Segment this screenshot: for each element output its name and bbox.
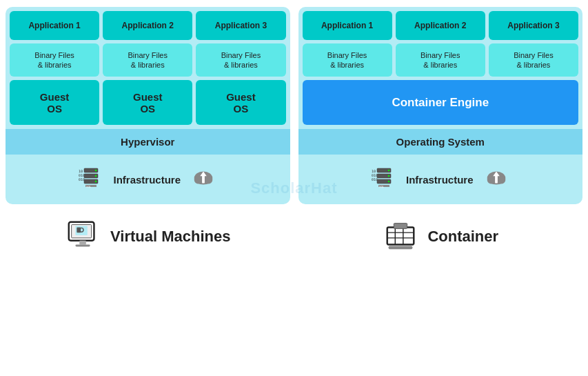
right-infra-label: Infrastructure — [406, 174, 474, 186]
main-container: Application 1 Application 2 Application … — [0, 0, 588, 376]
svg-rect-21 — [79, 241, 86, 245]
svg-point-8 — [95, 181, 97, 182]
right-infra-section: 10 010 010 SQL Infrastructure — [298, 155, 583, 204]
right-bin-3: Binary Files& libraries — [489, 43, 578, 77]
svg-point-29 — [388, 170, 389, 171]
left-guest-row: GuestOS GuestOS GuestOS — [10, 80, 286, 129]
left-bin-2: Binary Files& libraries — [103, 43, 192, 77]
left-guest-2: GuestOS — [103, 80, 192, 125]
left-bin-row: Binary Files& libraries Binary Files& li… — [10, 43, 286, 77]
svg-text:010: 010 — [372, 177, 378, 181]
left-app-3: Application 3 — [196, 11, 285, 40]
right-app-row: Application 1 Application 2 Application … — [303, 11, 579, 40]
container-label: Container — [427, 228, 498, 246]
left-infra-section: 10 010 010 SQL Infrastructure — [6, 155, 290, 204]
svg-rect-37 — [495, 175, 498, 183]
svg-point-35 — [487, 176, 496, 184]
right-app-3: Application 3 — [489, 11, 578, 40]
right-side: Application 1 Application 2 Application … — [298, 7, 583, 369]
container-icon — [382, 217, 419, 257]
svg-point-7 — [95, 175, 97, 177]
svg-rect-14 — [202, 175, 205, 183]
right-bin-2: Binary Files& libraries — [396, 43, 485, 77]
container-engine-box: Container Engine — [303, 80, 579, 125]
svg-point-36 — [496, 176, 505, 184]
hypervisor-bar: Hypervisor — [6, 129, 290, 155]
svg-point-30 — [388, 175, 389, 177]
left-app-2: Application 2 — [103, 11, 192, 40]
left-guest-3: GuestOS — [196, 80, 285, 125]
svg-rect-45 — [394, 224, 407, 229]
vm-icon — [65, 217, 102, 257]
svg-text:SQL: SQL — [86, 185, 92, 188]
left-app-row: Application 1 Application 2 Application … — [10, 11, 286, 40]
right-app-1: Application 1 — [303, 11, 392, 40]
left-infra-label: Infrastructure — [113, 174, 181, 186]
right-bottom-label: Container — [298, 204, 583, 266]
vm-label: Virtual Machines — [110, 228, 230, 246]
left-bin-1: Binary Files& libraries — [10, 43, 99, 77]
svg-point-31 — [388, 181, 389, 182]
svg-text:SQL: SQL — [379, 185, 385, 188]
left-bin-3: Binary Files& libraries — [196, 43, 285, 77]
svg-text:010: 010 — [79, 177, 85, 181]
svg-rect-39 — [387, 227, 414, 244]
svg-point-12 — [194, 176, 203, 184]
right-bin-1: Binary Files& libraries — [303, 43, 392, 77]
svg-point-13 — [203, 176, 212, 184]
right-cloud-icon — [483, 165, 509, 194]
left-app-1: Application 1 — [10, 11, 99, 40]
svg-point-6 — [95, 170, 97, 171]
operating-system-bar: Operating System — [298, 129, 583, 155]
cloud-upload-icon — [190, 165, 216, 194]
left-guest-1: GuestOS — [10, 80, 99, 125]
right-app-2: Application 2 — [396, 11, 485, 40]
right-server-icon: 10 010 010 SQL — [372, 166, 396, 193]
right-bin-row: Binary Files& libraries Binary Files& li… — [303, 43, 579, 77]
left-side: Application 1 Application 2 Application … — [6, 7, 290, 369]
svg-rect-44 — [389, 246, 413, 249]
left-bottom-label: Virtual Machines — [6, 204, 290, 266]
server-icon: 10 010 010 SQL — [79, 166, 103, 193]
svg-rect-22 — [75, 245, 90, 247]
